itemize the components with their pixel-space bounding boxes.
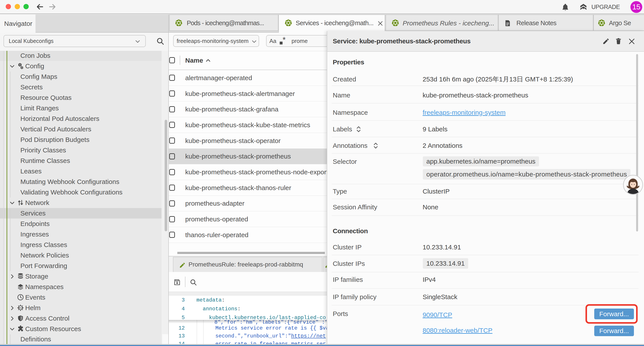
svg-text:HELM: HELM: [18, 307, 23, 309]
